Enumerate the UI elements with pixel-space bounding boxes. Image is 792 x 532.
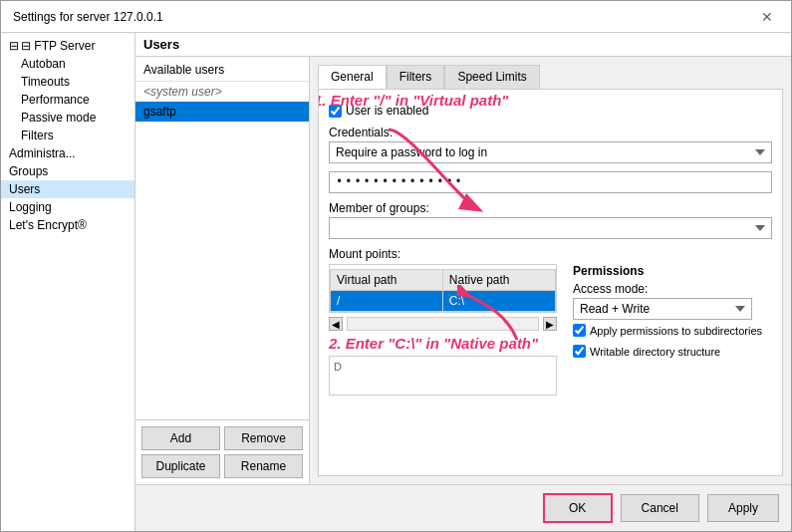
col-native-path: Native path: [442, 270, 555, 291]
sidebar-item-groups[interactable]: Groups: [1, 162, 134, 180]
tab-general[interactable]: General: [318, 65, 387, 89]
credentials-label: Credentials:: [329, 126, 772, 139]
permissions-title: Permissions: [573, 264, 772, 278]
mount-row[interactable]: / C:\: [331, 291, 556, 312]
sidebar-item-timeouts[interactable]: Timeouts: [1, 73, 134, 91]
access-mode-select[interactable]: Read + Write: [573, 298, 752, 320]
sidebar-item-users[interactable]: Users: [1, 180, 134, 198]
users-list-panel: Available users <system user> gsaftp Add…: [135, 57, 310, 484]
credentials-select-wrapper: Require a password to log in: [329, 141, 772, 163]
ok-button[interactable]: OK: [543, 493, 613, 523]
scroll-left-btn[interactable]: ◀: [329, 317, 343, 331]
mount-points-label: Mount points:: [329, 247, 772, 261]
tab-content-general: 1. Enter "/" in "Virtual path": [318, 89, 783, 476]
cancel-button[interactable]: Cancel: [621, 494, 699, 522]
tabs: General Filters Speed Limits: [318, 65, 783, 89]
sidebar-item-performance[interactable]: Performance: [1, 91, 134, 109]
title-bar: Settings for server 127.0.0.1 ✕: [1, 1, 791, 33]
sidebar-item-autoban[interactable]: Autoban: [1, 55, 134, 73]
description-area[interactable]: D: [329, 356, 557, 396]
available-users-label: Available users: [135, 57, 309, 82]
right-panel: Users Available users <system user> gsaf…: [135, 33, 791, 531]
main-content: ⊟ ⊟ FTP Server Autoban Timeouts Performa…: [1, 33, 791, 531]
settings-window: Settings for server 127.0.0.1 ✕ ⊟ ⊟ FTP …: [0, 0, 792, 532]
sidebar-item-passive-mode[interactable]: Passive mode: [1, 109, 134, 127]
sidebar-item-ftp-server[interactable]: ⊟ ⊟ FTP Server: [1, 37, 134, 55]
apply-permissions-label: Apply permissions to subdirectories: [590, 325, 762, 337]
sidebar-item-administration[interactable]: Administra...: [1, 144, 134, 162]
credentials-group: Credentials: Require a password to log i…: [329, 126, 772, 163]
dialog-footer: OK Cancel Apply: [135, 484, 791, 531]
writable-structure-label: Writable directory structure: [590, 346, 720, 358]
h-scrollbar[interactable]: [347, 317, 539, 331]
user-item-system[interactable]: <system user>: [135, 82, 309, 102]
user-item-gsaftp[interactable]: gsaftp: [135, 102, 309, 122]
mount-scrollbar-row: ◀ ▶: [329, 317, 557, 331]
apply-button[interactable]: Apply: [707, 494, 779, 522]
user-enabled-check[interactable]: User is enabled: [329, 104, 772, 118]
member-of-groups-select[interactable]: [329, 217, 772, 239]
password-input[interactable]: [329, 171, 772, 193]
apply-permissions-check[interactable]: Apply permissions to subdirectories: [573, 324, 772, 337]
password-group: [329, 171, 772, 193]
rename-button[interactable]: Rename: [224, 454, 303, 478]
sidebar: ⊟ ⊟ FTP Server Autoban Timeouts Performa…: [1, 33, 135, 531]
mount-points-two-col: Virtual path Native path /: [329, 264, 772, 396]
access-mode-group: Access mode: Read + Write: [573, 282, 772, 320]
window-title: Settings for server 127.0.0.1: [13, 10, 163, 24]
users-header: Users: [135, 33, 791, 57]
remove-button[interactable]: Remove: [224, 426, 303, 450]
annotation-step2: 2. Enter "C:\" in "Native path": [329, 335, 557, 352]
users-panel: Available users <system user> gsaftp Add…: [135, 57, 791, 484]
writable-structure-check[interactable]: Writable directory structure: [573, 345, 772, 358]
col-virtual-path: Virtual path: [331, 270, 443, 291]
settings-panel: General Filters Speed Limits 1. Enter "/…: [310, 57, 791, 484]
duplicate-button[interactable]: Duplicate: [141, 454, 220, 478]
mount-points-left: Virtual path Native path /: [329, 264, 557, 396]
mount-table-wrapper: Virtual path Native path /: [329, 264, 557, 313]
member-of-groups-group: Member of groups:: [329, 201, 772, 239]
sidebar-item-letsencrypt[interactable]: Let's Encrypt®: [1, 216, 134, 234]
mount-native-path: C:\: [442, 291, 555, 312]
annotation-area: 2. Enter "C:\" in "Native path": [329, 335, 557, 352]
writable-structure-checkbox[interactable]: [573, 345, 586, 358]
add-button[interactable]: Add: [141, 426, 220, 450]
tab-speed-limits[interactable]: Speed Limits: [444, 65, 539, 89]
member-of-groups-label: Member of groups:: [329, 201, 772, 215]
access-mode-label: Access mode:: [573, 282, 772, 296]
mount-points-table: Virtual path Native path /: [330, 269, 556, 312]
permissions-section: Permissions Access mode: Read + Write: [573, 264, 772, 396]
apply-permissions-checkbox[interactable]: [573, 324, 586, 337]
close-button[interactable]: ✕: [755, 7, 779, 27]
mount-virtual-path: /: [331, 291, 443, 312]
user-enabled-checkbox[interactable]: [329, 105, 342, 118]
users-list: <system user> gsaftp: [135, 82, 309, 419]
description-label: D: [334, 361, 342, 373]
user-enabled-label: User is enabled: [346, 104, 428, 118]
tab-filters[interactable]: Filters: [387, 65, 445, 89]
credentials-select[interactable]: Require a password to log in: [329, 141, 772, 163]
users-buttons: Add Remove Duplicate Rename: [135, 419, 309, 484]
sidebar-item-logging[interactable]: Logging: [1, 198, 134, 216]
mount-points-section: Mount points: Virtual path N: [329, 247, 772, 396]
sidebar-item-filters[interactable]: Filters: [1, 127, 134, 144]
scroll-right-btn[interactable]: ▶: [543, 317, 557, 331]
